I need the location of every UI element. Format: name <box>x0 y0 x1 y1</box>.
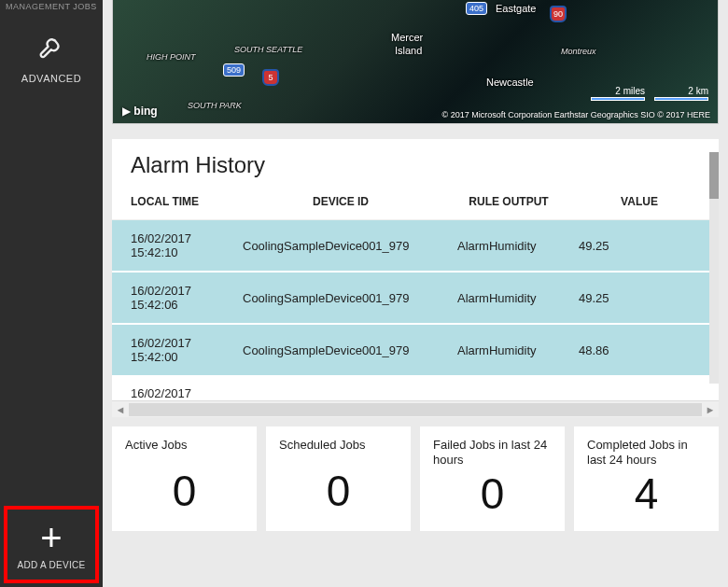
scrollbar-thumb[interactable] <box>709 152 719 199</box>
tile-value: 0 <box>279 466 398 516</box>
map-label-eastgate: Eastgate <box>496 3 536 14</box>
alarm-history-panel: Alarm History LOCAL TIME DEVICE ID RULE … <box>112 139 719 417</box>
map-shield-405: 405 <box>466 2 487 15</box>
table-row[interactable]: 16/02/201715:42:06 CoolingSampleDevice00… <box>112 272 709 324</box>
bing-logo: ▶ bing <box>122 105 158 118</box>
sidebar: MANAGEMENT JOBS ADVANCED + ADD A DEVICE <box>0 0 103 587</box>
cell-device-id: CoolingSampleDevice001_979 <box>233 324 448 376</box>
scroll-left-arrow-icon[interactable]: ◄ <box>112 401 129 418</box>
tile-scheduled-jobs[interactable]: Scheduled Jobs 0 <box>266 426 411 531</box>
cell-value: 48.86 <box>569 324 709 376</box>
col-device-id[interactable]: DEVICE ID <box>233 188 448 220</box>
table-row[interactable]: 16/02/201715:42:10 CoolingSampleDevice00… <box>112 220 709 273</box>
sidebar-item-label: ADVANCED <box>21 73 81 84</box>
table-row-partial[interactable]: 16/02/2017 <box>112 376 709 400</box>
cell-value: 49.25 <box>569 220 709 273</box>
alarm-history-title: Alarm History <box>112 139 719 188</box>
tile-title: Active Jobs <box>125 438 244 453</box>
table-row[interactable]: 16/02/201715:42:00 CoolingSampleDevice00… <box>112 324 709 376</box>
alarm-history-table: LOCAL TIME DEVICE ID RULE OUTPUT VALUE 1… <box>112 188 709 400</box>
tile-value: 0 <box>125 466 244 516</box>
map-shield-i5: 5 <box>262 69 279 86</box>
scroll-right-arrow-icon[interactable]: ► <box>702 401 719 418</box>
tile-value: 0 <box>433 468 552 519</box>
map-panel[interactable]: Eastgate 405 90 Mercer Island SOUTH SEAT… <box>112 0 719 124</box>
map-shield-509: 509 <box>223 63 245 77</box>
tile-value: 4 <box>587 468 706 519</box>
cell-value: 49.25 <box>569 272 709 324</box>
scrollbar-thumb[interactable] <box>129 403 702 416</box>
map-label-high-point: HIGH POINT <box>147 52 196 62</box>
cell-time: 16/02/2017 <box>112 376 233 400</box>
map-label-mercer1: Mercer <box>391 32 423 43</box>
cell-rule-output: AlarmHumidity <box>448 272 569 324</box>
map-label-newcastle: Newcastle <box>486 77 534 88</box>
table-header-row: LOCAL TIME DEVICE ID RULE OUTPUT VALUE <box>112 188 709 220</box>
col-rule-output[interactable]: RULE OUTPUT <box>448 188 569 220</box>
map-shield-i90: 90 <box>550 6 567 22</box>
sidebar-item-advanced[interactable]: ADVANCED <box>0 11 103 97</box>
cell-time: 16/02/201715:42:10 <box>112 220 233 273</box>
map-labels: Eastgate 405 90 Mercer Island SOUTH SEAT… <box>113 0 718 123</box>
map-label-south-park: SOUTH PARK <box>188 101 242 110</box>
map-label-south-seattle: SOUTH SEATTLE <box>234 45 302 54</box>
map-scale-km: 2 km <box>654 86 708 101</box>
plus-icon: + <box>40 519 62 556</box>
alarm-horizontal-scrollbar[interactable]: ◄ ► <box>112 400 719 417</box>
cell-rule-output: AlarmHumidity <box>448 220 569 273</box>
col-local-time[interactable]: LOCAL TIME <box>112 188 233 220</box>
cell-time: 16/02/201715:42:00 <box>112 324 233 376</box>
map-scale-miles: 2 miles <box>591 86 645 101</box>
col-value[interactable]: VALUE <box>569 188 709 220</box>
main-content: Eastgate 405 90 Mercer Island SOUTH SEAT… <box>103 0 728 587</box>
map-label-mercer2: Island <box>395 45 422 56</box>
map-label-montreux: Montreux <box>561 47 596 56</box>
tile-title: Completed Jobs in last 24 hours <box>587 438 706 468</box>
tile-completed-jobs[interactable]: Completed Jobs in last 24 hours 4 <box>574 426 719 531</box>
tile-active-jobs[interactable]: Active Jobs 0 <box>112 426 257 531</box>
sidebar-partial-label: MANAGEMENT JOBS <box>0 0 103 11</box>
cell-time: 16/02/201715:42:06 <box>112 272 233 324</box>
map-scale-km-label: 2 km <box>688 86 708 96</box>
tile-failed-jobs[interactable]: Failed Jobs in last 24 hours 0 <box>420 426 565 531</box>
add-device-label: ADD A DEVICE <box>17 560 85 570</box>
wrench-icon <box>38 34 64 63</box>
tile-title: Scheduled Jobs <box>279 438 398 453</box>
map-scale-bars: 2 miles 2 km <box>591 86 708 101</box>
alarm-vertical-scrollbar[interactable] <box>709 152 719 384</box>
tile-title: Failed Jobs in last 24 hours <box>433 438 552 468</box>
cell-device-id: CoolingSampleDevice001_979 <box>233 220 448 273</box>
map-scale-miles-label: 2 miles <box>615 86 645 96</box>
map-attribution: © 2017 Microsoft Corporation Earthstar G… <box>442 110 710 119</box>
job-tiles-row: Active Jobs 0 Scheduled Jobs 0 Failed Jo… <box>112 426 719 531</box>
sidebar-spacer <box>0 97 103 502</box>
cell-rule-output: AlarmHumidity <box>448 324 569 376</box>
add-device-button[interactable]: + ADD A DEVICE <box>4 506 99 583</box>
cell-device-id: CoolingSampleDevice001_979 <box>233 272 448 324</box>
